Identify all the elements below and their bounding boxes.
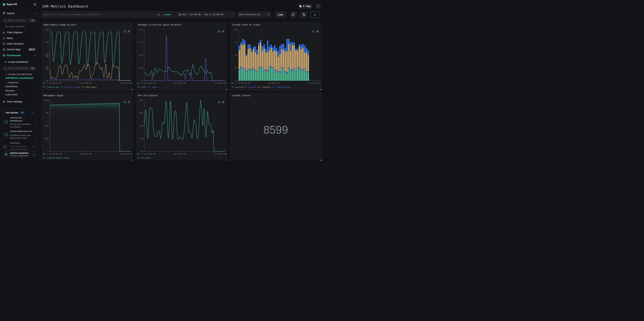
svg-text:45: 45 <box>235 41 237 43</box>
svg-text:Tenured Gen: Tenured Gen <box>47 86 59 88</box>
svg-text:0.04: 0.04 <box>138 67 143 69</box>
svg-text:50M: 50M <box>45 125 48 127</box>
svg-text:40%: 40% <box>139 99 142 101</box>
svg-text:1 GB: 1 GB <box>44 41 48 43</box>
svg-text:0: 0 <box>47 151 48 153</box>
svg-text:20%: 20% <box>139 125 142 127</box>
svg-text:Dec 7 12:00:00 PM: Dec 7 12:00:00 PM <box>42 82 62 84</box>
svg-text:major: major <box>152 86 158 88</box>
svg-text:Eden Space: Eden Space <box>86 86 97 88</box>
svg-text:Survivor Space: Survivor Space <box>64 86 80 88</box>
svg-text:100M: 100M <box>44 99 48 101</box>
svg-text:10:30:00 PM: 10:30:00 PM <box>80 153 92 155</box>
svg-text:minor: minor <box>141 86 147 88</box>
svg-text:15: 15 <box>235 67 237 69</box>
svg-text:11:30:00 AM: 11:30:00 AM <box>308 82 321 84</box>
svg-text:MB: MB <box>46 55 48 57</box>
svg-text:11:30:00 AM: 11:30:00 AM <box>120 153 132 155</box>
svg-text:10:30:00 PM: 10:30:00 PM <box>174 153 186 155</box>
svg-text:75M: 75M <box>45 112 48 114</box>
svg-text:0%: 0% <box>140 151 143 153</box>
svg-text:blocked: blocked <box>249 86 256 88</box>
svg-text:0.16: 0.16 <box>138 28 142 30</box>
svg-text:10:30:00 PM: 10:30:00 PM <box>80 82 92 84</box>
svg-text:0.12: 0.12 <box>138 41 142 43</box>
svg-text:avg(jvm.memory.used): avg(jvm.memory.used) <box>47 157 69 159</box>
svg-text:0 B: 0 B <box>45 80 48 82</box>
svg-text:30: 30 <box>235 54 237 56</box>
svg-text:0: 0 <box>236 80 237 82</box>
svg-text:11:30:00 AM: 11:30:00 AM <box>120 82 132 84</box>
svg-text:Dec 7 12:00:00 PM: Dec 7 12:00:00 PM <box>137 82 156 84</box>
svg-text:25M: 25M <box>45 138 48 140</box>
svg-text:1 GB: 1 GB <box>44 28 48 30</box>
svg-text:10:30:00 PM: 10:30:00 PM <box>268 82 280 84</box>
svg-text:Dec 7 12:00:00 PM: Dec 7 12:00:00 PM <box>231 82 250 84</box>
svg-text:0.08: 0.08 <box>138 54 142 56</box>
svg-text:10:30:00 PM: 10:30:00 PM <box>174 82 186 84</box>
svg-text:Dec 7 12:00:00 PM: Dec 7 12:00:00 PM <box>137 153 156 155</box>
svg-text:waiting: waiting <box>236 86 243 88</box>
svg-text:11:30:00 AM: 11:30:00 AM <box>214 153 226 155</box>
svg-text:60: 60 <box>235 28 237 30</box>
svg-text:0: 0 <box>142 80 143 82</box>
svg-text:timed_waiting: timed_waiting <box>276 86 290 88</box>
svg-text:CPU time: CPU time <box>141 157 150 159</box>
svg-text:runnable: runnable <box>262 86 271 88</box>
svg-text:30%: 30% <box>139 112 142 114</box>
svg-text:MB: MB <box>46 68 48 70</box>
svg-text:10%: 10% <box>139 138 142 140</box>
svg-text:Dec 7 12:00:00 PM: Dec 7 12:00:00 PM <box>42 153 62 155</box>
svg-text:11:30:00 AM: 11:30:00 AM <box>214 82 226 84</box>
